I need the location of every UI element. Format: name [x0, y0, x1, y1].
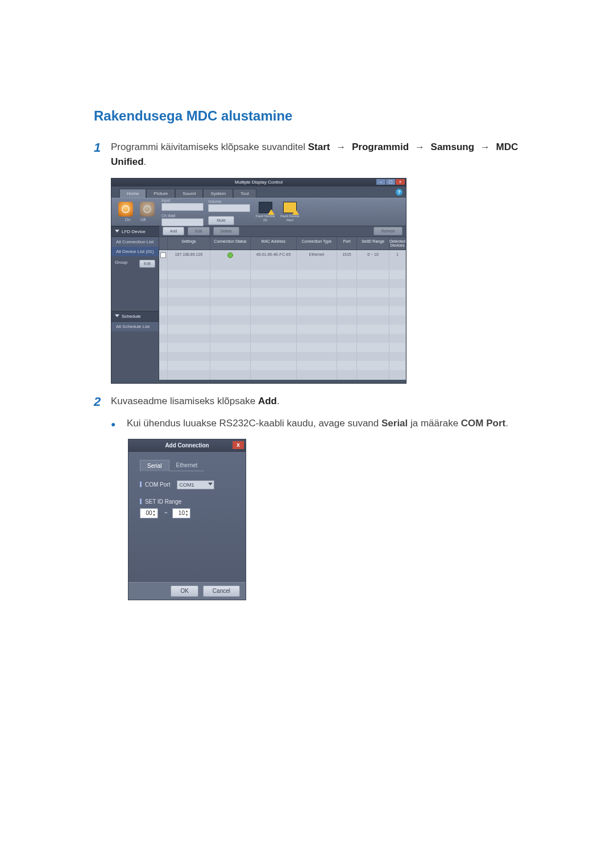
com-port-label: COM Port	[140, 481, 170, 488]
sidebar-group-label: Group	[115, 260, 127, 265]
sidebar-schedule-label: Schedule	[122, 314, 140, 319]
caret-down-icon	[115, 230, 119, 232]
sidebar-lfd-header[interactable]: LFD Device	[111, 226, 159, 237]
step-1: 1 Programmi käivitamiseks klõpsake suvan…	[94, 140, 520, 170]
add-button[interactable]: Add	[163, 227, 184, 235]
sidebar: LFD Device All Connection List All Devic…	[111, 226, 159, 380]
path-start: Start	[308, 142, 330, 152]
step-number: 1	[94, 140, 111, 170]
bullet-icon: ●	[111, 418, 127, 430]
bullet-mid: ja määrake	[408, 418, 461, 429]
col-detected-devices[interactable]: Detected Devices	[389, 237, 406, 250]
setid-to-stepper[interactable]: 10▲▼	[172, 508, 190, 518]
setid-range-label: SET ID Range	[140, 499, 234, 505]
tab-picture[interactable]: Picture	[146, 189, 175, 198]
dialog-titlebar[interactable]: Add Connection x	[128, 439, 246, 452]
ribbon: On Off Input Ch.Wall Volume Mute Fault D…	[111, 198, 406, 226]
stepper-buttons-icon[interactable]: ▲▼	[184, 509, 189, 517]
section-heading: Rakendusega MDC alustamine	[94, 108, 520, 124]
monitor-warning-icon	[259, 202, 272, 213]
tab-home[interactable]: Home	[119, 189, 146, 198]
col-setid-range[interactable]: SetID Range	[357, 237, 389, 250]
row-type: Ethernet	[297, 250, 337, 261]
tab-system[interactable]: System	[203, 189, 233, 198]
power-on-icon[interactable]	[118, 202, 133, 217]
mdc-title: Multiple Display Control	[235, 180, 283, 185]
mdc-titlebar[interactable]: Multiple Display Control – ▢ x	[111, 178, 406, 186]
table-row[interactable]: 107.108.89.126 40-61-86-4E-FC-65 Etherne…	[159, 250, 406, 261]
col-connection-type[interactable]: Connection Type	[297, 237, 337, 250]
tab-ethernet[interactable]: Ethernet	[169, 460, 205, 471]
step-2-bold: Add	[258, 396, 277, 406]
dialog-close-button[interactable]: x	[233, 441, 244, 449]
setid-from-stepper[interactable]: 00▲▼	[140, 508, 158, 518]
row-checkbox[interactable]	[160, 252, 166, 258]
dialog-tabs: Serial Ethernet	[140, 460, 246, 471]
bullet-b1: Serial	[381, 418, 408, 429]
minimize-button[interactable]: –	[376, 179, 385, 185]
tab-tool[interactable]: Tool	[233, 189, 256, 198]
connection-ok-icon	[227, 252, 233, 258]
volume-field[interactable]	[208, 204, 250, 212]
step-1-pre: Programmi käivitamiseks klõpsake suvandi…	[111, 142, 308, 152]
com-port-select[interactable]: COM1	[177, 480, 214, 489]
dialog-title: Add Connection	[165, 442, 209, 448]
alert-icon	[283, 202, 297, 213]
row-range: 0 ~ 10	[357, 250, 389, 261]
help-icon[interactable]: ?	[396, 189, 403, 196]
sidebar-schedule-header[interactable]: Schedule	[111, 311, 159, 322]
bullet-post: .	[505, 418, 508, 429]
fault-device-count[interactable]: Fault Device(0)	[256, 202, 275, 222]
step-2-post: .	[277, 396, 280, 406]
period: .	[144, 156, 147, 167]
col-port[interactable]: Port	[337, 237, 357, 250]
row-mac: 40-61-86-4E-FC-65	[251, 250, 297, 261]
on-label: On	[125, 218, 130, 222]
off-label: Off	[140, 218, 146, 222]
col-settings[interactable]: Settings	[168, 237, 210, 250]
sidebar-item-all-connection[interactable]: All Connection List	[111, 237, 159, 247]
chwall-select[interactable]	[161, 218, 204, 226]
sidebar-item-all-schedule[interactable]: All Schedule List	[111, 322, 159, 331]
delete-button[interactable]: Delete	[213, 227, 239, 235]
sidebar-lfd-label: LFD Device	[122, 229, 146, 234]
mdc-window: Multiple Display Control – ▢ x ? Home Pi…	[111, 178, 406, 384]
row-port: 1515	[337, 250, 357, 261]
tab-serial[interactable]: Serial	[140, 460, 169, 471]
refresh-button[interactable]: Refresh	[374, 227, 403, 235]
step-2-pre: Kuvaseadme lisamiseks klõpsake	[111, 396, 258, 406]
sidebar-edit-button[interactable]: Edit	[139, 260, 155, 268]
path-programmid: Programmid	[352, 142, 409, 152]
maximize-button[interactable]: ▢	[386, 179, 395, 185]
row-devices: 1	[389, 250, 406, 261]
bullet-b2: COM Port	[461, 418, 505, 429]
stepper-buttons-icon[interactable]: ▲▼	[151, 509, 157, 517]
cancel-button[interactable]: Cancel	[203, 585, 240, 597]
col-connection-status[interactable]: Connection Status	[210, 237, 251, 250]
arrow-icon: →	[480, 142, 490, 152]
device-toolbar: Add Edit Delete Refresh	[159, 226, 406, 237]
fault-device-value: (0)	[263, 218, 267, 222]
col-mac[interactable]: MAC Address	[251, 237, 297, 250]
volume-label: Volume	[208, 200, 221, 203]
step-2-text: Kuvaseadme lisamiseks klõpsake Add.	[111, 394, 280, 410]
bullet-serial: ● Kui ühendus luuakse RS232C-kaabli kaud…	[111, 418, 520, 430]
input-select[interactable]	[161, 203, 204, 211]
close-button[interactable]: x	[396, 179, 405, 185]
edit-button[interactable]: Edit	[188, 227, 209, 235]
mdc-tabs: Home Picture Sound System Tool	[119, 189, 406, 198]
arrow-icon: →	[336, 142, 346, 152]
ok-button[interactable]: OK	[171, 585, 198, 597]
sidebar-item-all-device[interactable]: All Device List (01)	[111, 247, 159, 256]
fault-alert-sub: Alert	[287, 218, 293, 222]
device-table-header: Settings Connection Status MAC Address C…	[159, 237, 406, 250]
arrow-icon: →	[415, 142, 425, 152]
mute-button[interactable]: Mute	[208, 216, 234, 225]
bullet-text: Kui ühendus luuakse RS232C-kaabli kaudu,…	[127, 418, 508, 430]
fault-device-alert[interactable]: Fault DeviceAlert	[280, 202, 299, 222]
col-checkbox[interactable]	[159, 237, 168, 250]
device-table-body	[159, 261, 406, 380]
tab-sound[interactable]: Sound	[175, 189, 203, 198]
dialog-footer: OK Cancel	[128, 582, 246, 600]
power-off-icon[interactable]	[140, 202, 155, 217]
